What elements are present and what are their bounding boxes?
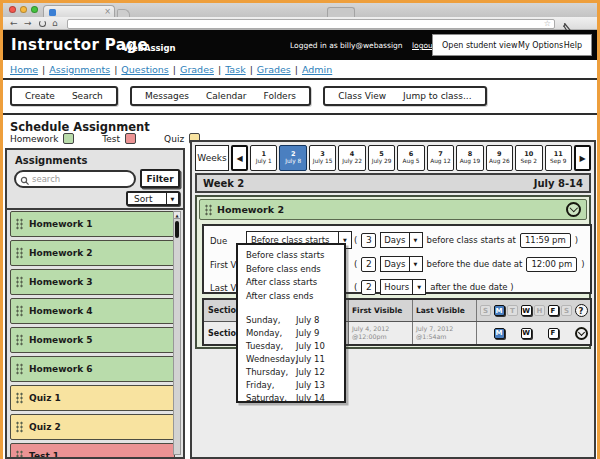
list-item-homework-6[interactable]: Homework 6	[10, 356, 175, 382]
menu-option-tuesday[interactable]: Tuesday,July 10	[238, 340, 344, 353]
week-button-2-selected[interactable]: 2July 8	[279, 145, 306, 171]
menu-option-thursday[interactable]: Thursday,July 12	[238, 366, 344, 379]
nav-link-grades-2[interactable]: Grades	[257, 64, 291, 75]
expand-section-chevron-icon[interactable]	[575, 327, 588, 340]
day-toggle-fri[interactable]: F	[548, 305, 559, 316]
sidebar-scrollbar[interactable]: ▲	[173, 211, 181, 455]
menu-option-after-class-starts[interactable]: After class starts	[238, 276, 344, 290]
class-view-button[interactable]: Class View	[338, 91, 386, 101]
menu-option-wednesday[interactable]: Wednesday,July 11	[238, 353, 344, 366]
week-button-4[interactable]: 4July 22	[338, 145, 365, 171]
help-button[interactable]: Help	[564, 41, 582, 50]
messages-button[interactable]: Messages	[145, 91, 189, 101]
drag-handle-icon[interactable]	[16, 277, 23, 288]
drag-handle-icon[interactable]	[205, 204, 212, 215]
list-item-quiz-2[interactable]: Quiz 2	[10, 414, 175, 440]
section-day-wed[interactable]: W	[521, 328, 532, 339]
home-icon[interactable]: ⌂	[52, 17, 58, 29]
drag-handle-icon[interactable]	[16, 393, 23, 404]
due-unit-select[interactable]: Days▼	[380, 232, 422, 248]
list-item-homework-1[interactable]: Homework 1	[10, 211, 175, 237]
drag-handle-icon[interactable]	[16, 248, 23, 259]
menu-option-monday[interactable]: Monday,July 9	[238, 327, 344, 340]
my-options-button[interactable]: My Options	[518, 41, 563, 50]
weeks-next-button[interactable]: ▶	[574, 145, 591, 171]
filter-button[interactable]: Filter	[140, 169, 180, 188]
create-button[interactable]: Create	[25, 91, 55, 101]
section-day-fri[interactable]: F	[548, 328, 559, 339]
folders-button[interactable]: Folders	[264, 91, 297, 101]
nav-link-task[interactable]: Task	[225, 64, 246, 75]
scrollbar-thumb[interactable]	[175, 221, 179, 238]
list-item-homework-5[interactable]: Homework 5	[10, 327, 175, 353]
week-button-10[interactable]: 10Sep 2	[515, 145, 542, 171]
first-visible-time-input[interactable]: 12:00 pm	[526, 257, 577, 272]
nav-link-home[interactable]: Home	[10, 64, 38, 75]
drag-handle-icon[interactable]	[16, 451, 23, 459]
week-button-7[interactable]: 7Aug 12	[427, 145, 454, 171]
new-tab-button[interactable]	[117, 9, 130, 17]
menu-option-saturday[interactable]: Saturday,July 14	[238, 392, 344, 405]
list-item-homework-4[interactable]: Homework 4	[10, 298, 175, 324]
jump-to-class-button[interactable]: Jump to class...	[403, 91, 472, 101]
day-toggle-thu[interactable]: H	[534, 305, 545, 316]
day-toggle-wed[interactable]: W	[521, 305, 532, 316]
menu-option-before-class-starts[interactable]: Before class starts	[238, 249, 344, 263]
list-item-homework-2[interactable]: Homework 2	[10, 240, 175, 266]
homework-2-bar[interactable]: Homework 2	[199, 199, 587, 220]
drag-handle-icon[interactable]	[16, 306, 23, 317]
calendar-button[interactable]: Calendar	[206, 91, 246, 101]
list-item-quiz-1[interactable]: Quiz 1	[10, 385, 175, 411]
drag-handle-icon[interactable]	[16, 335, 23, 346]
window-close-button[interactable]	[9, 6, 16, 13]
menu-option-friday[interactable]: Friday,July 13	[238, 379, 344, 392]
window-zoom-button[interactable]	[31, 6, 38, 13]
nav-link-grades[interactable]: Grades	[180, 64, 214, 75]
refresh-icon[interactable]	[39, 20, 46, 27]
week-button-6[interactable]: 6Aug 5	[397, 145, 424, 171]
open-student-view-button[interactable]: Open student view	[442, 41, 517, 50]
nav-link-questions[interactable]: Questions	[121, 64, 168, 75]
search-input[interactable]	[32, 173, 132, 185]
nav-link-assignments[interactable]: Assignments	[49, 64, 110, 75]
list-item-homework-3[interactable]: Homework 3	[10, 269, 175, 295]
bookmark-star-icon[interactable]: ☆	[544, 19, 551, 28]
search-button[interactable]: Search	[72, 91, 103, 101]
drag-handle-icon[interactable]	[16, 364, 23, 375]
day-toggle-mon[interactable]: M	[494, 305, 505, 316]
due-time-input[interactable]: 11:59 pm	[520, 233, 571, 248]
list-item-test-1[interactable]: Test 1	[10, 443, 175, 459]
section-day-mon[interactable]: M	[494, 328, 505, 339]
forward-icon[interactable]: →	[24, 17, 32, 29]
week-button-1[interactable]: 1July 1	[250, 145, 277, 171]
week-button-5[interactable]: 5July 29	[368, 145, 395, 171]
browser-tab[interactable]: ×	[43, 5, 115, 17]
menu-option-before-class-ends[interactable]: Before class ends	[238, 263, 344, 277]
day-toggle-sun[interactable]: S	[480, 305, 491, 316]
sort-dropdown[interactable]: Sort ▼	[126, 191, 180, 206]
day-toggle-sat[interactable]: S	[561, 305, 572, 316]
week-button-3[interactable]: 3July 15	[309, 145, 336, 171]
menu-option-after-class-ends[interactable]: After class ends	[238, 290, 344, 304]
day-toggle-tue[interactable]: T	[507, 305, 518, 316]
help-icon[interactable]: ?	[575, 304, 588, 317]
last-visible-count-input[interactable]: 2	[361, 280, 376, 295]
week-button-11[interactable]: 11Sep 9	[545, 145, 572, 171]
due-count-input[interactable]: 3	[361, 233, 376, 248]
background-tab[interactable]	[327, 7, 355, 17]
drag-handle-icon[interactable]	[16, 219, 23, 230]
last-visible-unit-select[interactable]: Hours▼	[380, 279, 426, 295]
week-button-8[interactable]: 8Aug 19	[456, 145, 483, 171]
drag-handle-icon[interactable]	[16, 422, 23, 433]
address-bar[interactable]: ☆	[67, 19, 555, 29]
first-visible-count-input[interactable]: 2	[361, 257, 376, 272]
weeks-prev-button[interactable]: ◀	[231, 145, 248, 171]
nav-link-admin[interactable]: Admin	[302, 64, 332, 75]
window-minimize-button[interactable]	[20, 6, 27, 13]
scroll-up-icon[interactable]: ▲	[174, 212, 180, 219]
week-button-9[interactable]: 9Aug 26	[486, 145, 513, 171]
first-visible-unit-select[interactable]: Days▼	[380, 256, 422, 272]
menu-option-sunday[interactable]: Sunday,July 8	[238, 314, 344, 327]
collapse-chevron-icon[interactable]	[566, 202, 581, 217]
back-icon[interactable]: ←	[10, 17, 18, 29]
